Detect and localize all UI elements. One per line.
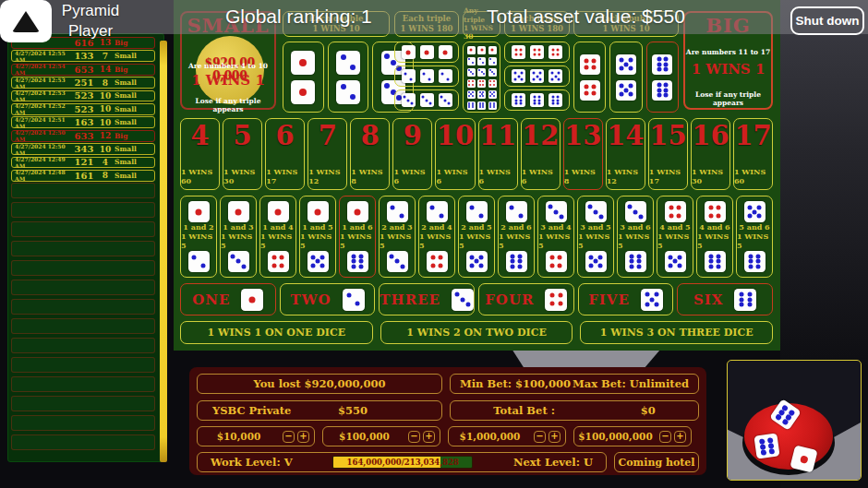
history-row: 4/27/2024 12:50 AM63312Big <box>11 130 155 142</box>
bet-combo-1-3[interactable]: 1 and 31 WINS 5 <box>220 196 257 278</box>
h-result: 133 <box>72 51 96 61</box>
bet-combo-2-3[interactable]: 2 and 31 WINS 5 <box>379 196 416 278</box>
bet-triple-3[interactable] <box>394 89 459 111</box>
bet-combo-2-4[interactable]: 2 and 41 WINS 5 <box>418 196 455 278</box>
bet-single-four[interactable]: FOUR <box>478 283 574 315</box>
combo-odds: 1 WINS 5 <box>618 232 653 249</box>
bet-single-two[interactable]: TWO <box>280 283 376 315</box>
total-number: 16 <box>692 123 729 149</box>
combo-label: 2 and 3 <box>381 223 412 232</box>
pip <box>649 297 654 302</box>
bet-total-8[interactable]: 81 WINS 8 <box>350 118 390 190</box>
bet-combo-1-2[interactable]: 1 and 21 WINS 5 <box>180 196 217 278</box>
bet-triple-5[interactable] <box>504 65 570 87</box>
pip <box>425 50 429 54</box>
bet-total-9[interactable]: 91 WINS 6 <box>392 118 432 190</box>
history-scrollbar[interactable] <box>160 41 167 462</box>
die-face-4 <box>477 79 486 88</box>
bet-total-17[interactable]: 171 WINS 60 <box>733 118 773 190</box>
pip <box>664 66 669 71</box>
bet-any-triple[interactable] <box>463 42 500 113</box>
pip <box>768 447 775 454</box>
increase-bet-button[interactable]: + <box>674 431 686 443</box>
pip <box>493 80 495 82</box>
die-face-1 <box>291 51 315 75</box>
combo-label: 1 and 4 <box>262 223 293 232</box>
h-sum: 4 <box>96 158 115 167</box>
increase-bet-button[interactable]: + <box>297 431 309 443</box>
bet-triple-1[interactable] <box>394 42 459 63</box>
bet-single-five[interactable]: FIVE <box>578 283 674 315</box>
h-sum: 7 <box>96 52 115 61</box>
total-bet-display: Total Bet : $0 <box>450 400 699 421</box>
decrease-bet-button[interactable]: − <box>408 431 420 443</box>
bet-total-15[interactable]: 151 WINS 17 <box>648 118 688 190</box>
h-time: 4/27/2024 12:54 AM <box>15 63 72 76</box>
dice-shaker-panel[interactable] <box>727 360 862 481</box>
die-face-3 <box>546 201 567 222</box>
die-face-6 <box>512 93 525 107</box>
decrease-bet-button[interactable]: − <box>534 431 546 443</box>
decrease-bet-button[interactable]: − <box>659 431 671 443</box>
bet-total-7[interactable]: 71 WINS 12 <box>307 118 347 190</box>
pip <box>271 256 276 260</box>
bet-total-12[interactable]: 121 WINS 6 <box>521 118 561 190</box>
pip <box>620 83 624 88</box>
bet-combo-3-6[interactable]: 3 and 61 WINS 5 <box>617 196 654 278</box>
increase-bet-button[interactable]: + <box>423 431 435 443</box>
bet-total-11[interactable]: 111 WINS 6 <box>478 118 518 190</box>
bet-triple-6[interactable] <box>504 89 570 111</box>
bet-total-13[interactable]: 131 WINS 8 <box>563 118 603 190</box>
history-empty-slot <box>11 260 155 276</box>
triples-right-group <box>504 42 570 113</box>
bet-total-4[interactable]: 41 WINS 60 <box>180 118 220 190</box>
bet-total-10[interactable]: 101 WINS 6 <box>435 118 475 190</box>
bet-total-14[interactable]: 141 WINS 12 <box>606 118 645 190</box>
die-face-5 <box>466 251 488 272</box>
bet-combo-3-5[interactable]: 3 and 51 WINS 5 <box>577 196 614 278</box>
bet-total-6[interactable]: 61 WINS 17 <box>265 118 305 190</box>
bet-total-16[interactable]: 161 WINS 30 <box>691 118 730 190</box>
bet-total-5[interactable]: 51 WINS 30 <box>223 118 262 190</box>
decrease-bet-button[interactable]: − <box>283 431 295 443</box>
history-row: 4/27/2024 12:50 AM34310Small <box>11 143 155 155</box>
bet-combo-4-6[interactable]: 4 and 61 WINS 5 <box>696 196 733 278</box>
increase-bet-button[interactable]: + <box>549 431 561 443</box>
pip <box>717 213 721 218</box>
bet-single-one[interactable]: ONE <box>180 283 276 315</box>
bet-single-six[interactable]: SIX <box>677 283 773 315</box>
bet-double-1[interactable] <box>283 42 324 113</box>
bet-triple-2[interactable] <box>394 65 459 87</box>
bet-double-5[interactable] <box>609 42 642 113</box>
bet-double-6[interactable] <box>646 42 679 113</box>
pip <box>533 95 536 98</box>
pip <box>740 292 744 296</box>
pip <box>589 255 594 259</box>
bet-triple-4[interactable] <box>504 42 570 63</box>
shutdown-button[interactable]: Shut down <box>790 6 864 35</box>
pip <box>708 213 713 218</box>
bet-single-three[interactable]: THREE <box>379 283 475 315</box>
bet-combo-1-4[interactable]: 1 and 41 WINS 5 <box>259 196 296 278</box>
bet-combo-1-5[interactable]: 1 and 51 WINS 5 <box>299 196 336 278</box>
bet-combo-2-5[interactable]: 2 and 51 WINS 5 <box>458 196 495 278</box>
pip <box>391 205 395 209</box>
total-bet-label: Total Bet : <box>493 404 555 417</box>
bet-double-4[interactable] <box>573 42 606 113</box>
small-range: Are numbers 4 to 10 <box>182 62 274 70</box>
coming-hotel-button[interactable]: Coming hotel <box>614 452 699 472</box>
bet-combo-3-4[interactable]: 3 and 41 WINS 5 <box>537 196 574 278</box>
bet-combo-4-5[interactable]: 4 and 51 WINS 5 <box>657 196 693 278</box>
player-avatar[interactable] <box>0 0 52 42</box>
game-screen: SMALL $920,000,000 Are numbers 4 to 10 1… <box>0 0 868 488</box>
die-face-1 <box>420 45 434 59</box>
die-face-5 <box>530 69 544 83</box>
pip <box>584 84 588 89</box>
pip <box>514 102 517 105</box>
bet-combo-5-6[interactable]: 5 and 61 WINS 5 <box>736 196 773 278</box>
history-empty-slot <box>11 376 155 392</box>
bet-combo-2-6[interactable]: 2 and 61 WINS 5 <box>498 196 535 278</box>
bet-double-2[interactable] <box>328 42 369 113</box>
bet-combo-1-6[interactable]: 1 and 61 WINS 5 <box>339 196 376 278</box>
single-label: SIX <box>693 292 724 308</box>
